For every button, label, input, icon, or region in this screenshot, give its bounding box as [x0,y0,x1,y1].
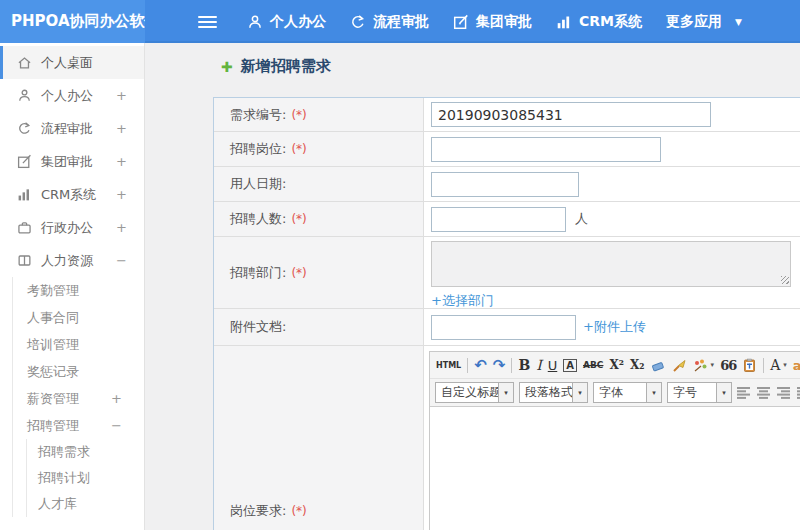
font-background-button[interactable]: a [793,358,800,373]
field-value: +选择部门 [424,237,800,308]
sidebar-label: 人事合同 [27,309,79,327]
department-textarea[interactable] [431,241,791,287]
toolbar-separator [763,358,764,373]
field-value [424,167,800,201]
field-label: 附件文档: [214,309,424,345]
editor-content-area[interactable] [430,406,800,530]
sidebar-item-recruit-plan[interactable]: 招聘计划 [27,465,144,491]
brush-icon[interactable] [672,358,687,373]
font-border-button[interactable]: A [563,359,577,372]
underline-button[interactable]: U [548,358,558,373]
hamburger-menu-icon[interactable] [198,16,217,28]
strikethrough-button[interactable]: ABC [583,360,603,370]
sidebar-label: 奖惩记录 [27,363,79,381]
redo-icon[interactable]: ↷ [493,358,506,373]
sidebar-item-salary[interactable]: 薪资管理 + [13,385,144,412]
sidebar-item-training[interactable]: 培训管理 [13,331,144,358]
nav-workflow-approval[interactable]: 流程审批 [350,13,429,31]
flow-redo-icon [350,14,366,30]
collapse-icon[interactable]: − [111,418,122,433]
label-text: 用人日期: [230,175,286,193]
expand-icon[interactable]: + [111,391,122,406]
subscript-button[interactable]: X₂ [630,358,645,372]
blockquote-button[interactable]: 66 [720,358,736,373]
form-row-position: 招聘岗位: (*) [214,132,800,167]
expand-icon[interactable]: + [116,88,127,103]
sidebar-item-attendance[interactable]: 考勤管理 [13,277,144,304]
sidebar-label: 集团审批 [41,153,93,171]
sidebar-item-hr-contract[interactable]: 人事合同 [13,304,144,331]
nav-more-apps[interactable]: 更多应用 ▼ [666,13,742,31]
nav-personal-office[interactable]: 个人办公 [247,13,326,31]
sidebar-item-administration[interactable]: 行政办公 + [0,211,144,244]
recruitment-submenu: 招聘需求 招聘计划 人才库 [26,439,144,517]
sidebar-item-rewards[interactable]: 奖惩记录 [13,358,144,385]
caret-down-icon: ▾ [783,361,787,369]
field-label: 用人日期: [214,167,424,201]
bold-button[interactable]: B [518,357,530,373]
sidebar-item-recruit-demand[interactable]: 招聘需求 [27,439,144,465]
nav-crm-system[interactable]: CRM系统 [556,13,642,31]
sidebar-item-group-approval[interactable]: 集团审批 + [0,145,144,178]
attachment-input[interactable] [431,315,576,340]
sidebar-item-desktop[interactable]: 个人桌面 [0,46,144,79]
paste-clipboard-icon[interactable] [742,358,757,373]
select-value: 字号 [668,383,716,402]
nav-group-approval[interactable]: 集团审批 [453,13,532,31]
expand-icon[interactable]: + [116,187,127,202]
sidebar-item-personal-office[interactable]: 个人办公 + [0,79,144,112]
align-right-icon[interactable] [777,386,792,399]
caret-down-icon: ▾ [646,383,661,402]
caret-down-icon: ▾ [572,383,587,402]
select-department-link[interactable]: +选择部门 [431,292,494,310]
sidebar-item-talent-pool[interactable]: 人才库 [27,491,144,517]
sidebar-item-crm[interactable]: CRM系统 + [0,178,144,211]
font-color-button[interactable]: A ▾ [770,357,787,373]
date-input[interactable] [431,172,579,197]
align-left-icon[interactable] [737,386,752,399]
eraser-icon[interactable] [651,358,666,373]
form-row-requirement: 岗位要求: (*) HTML ↶ ↷ B I U A ABC [214,346,800,530]
collapse-icon[interactable]: − [116,253,127,268]
color-palette-icon[interactable]: ▾ [693,358,715,373]
required-mark: (*) [291,108,306,122]
field-value: 人 [424,202,800,236]
expand-icon[interactable]: + [116,121,127,136]
font-size-select[interactable]: 字号 ▾ [667,382,732,403]
caret-down-icon[interactable]: ▼ [735,17,742,27]
sidebar-label: 流程审批 [41,120,93,138]
select-value: 字体 [594,383,646,402]
italic-button[interactable]: I [536,357,542,373]
required-mark: (*) [291,266,306,280]
green-plus-icon: ✚ [221,60,233,74]
sidebar-label: 人才库 [38,495,77,513]
form-row-department: 招聘部门: (*) +选择部门 [214,237,800,309]
sidebar-item-workflow[interactable]: 流程审批 + [0,112,144,145]
paragraph-format-select[interactable]: 段落格式 ▾ [519,382,588,403]
code-input[interactable] [431,102,711,127]
field-value: +附件上传 [424,309,800,345]
expand-icon[interactable]: + [116,220,127,235]
expand-icon[interactable]: + [116,154,127,169]
sidebar-item-human-resources[interactable]: 人力资源 − [0,244,144,277]
font-color-label: A [770,357,780,373]
sidebar-item-recruitment[interactable]: 招聘管理 − [13,412,144,439]
flow-redo-icon [17,121,32,136]
nav-label: 集团审批 [476,13,532,31]
nav-label: 更多应用 [666,13,722,31]
form-row-attachment: 附件文档: +附件上传 [214,309,800,346]
caret-down-icon: ▾ [716,383,731,402]
nav-label: 流程审批 [373,13,429,31]
position-input[interactable] [431,137,661,162]
label-text: 岗位要求: [230,502,286,520]
font-family-select[interactable]: 字体 ▾ [593,382,662,403]
align-center-icon[interactable] [757,386,772,399]
custom-title-select[interactable]: 自定义标题 ▾ [435,382,514,403]
html-source-button[interactable]: HTML [436,361,461,370]
undo-icon[interactable]: ↶ [474,358,487,373]
field-label: 需求编号: (*) [214,98,424,131]
edit-icon [17,154,32,169]
count-input[interactable] [431,207,566,232]
attachment-upload-link[interactable]: +附件上传 [583,318,646,336]
superscript-button[interactable]: X² [609,358,624,372]
